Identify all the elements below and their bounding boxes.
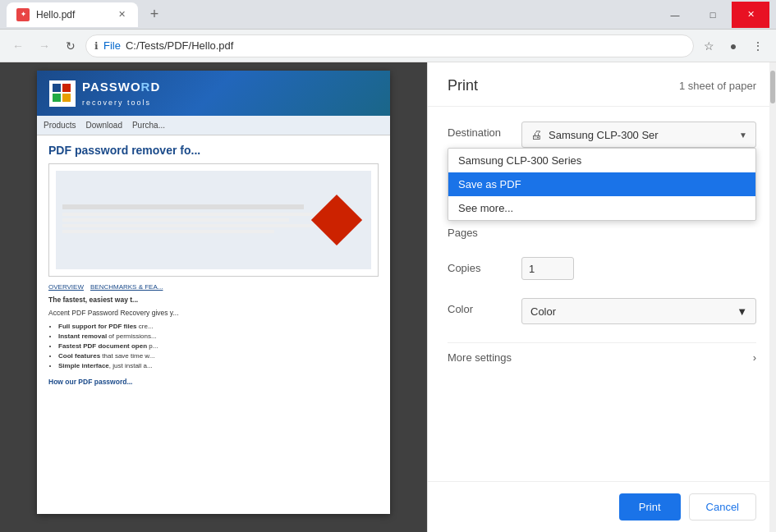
- pdf-tab-overview: OVERVIEW: [48, 283, 84, 291]
- destination-field: Destination 🖨 Samsung CLP-300 Ser ▼ Sams…: [448, 122, 756, 148]
- minimize-button[interactable]: —: [656, 2, 694, 28]
- pdf-logo-box: [49, 80, 76, 107]
- pdf-list-item: Instant removal of permissions...: [58, 332, 379, 342]
- window-controls: — □ ✕: [656, 2, 769, 28]
- pages-label: Pages: [448, 222, 521, 239]
- print-footer: Print Cancel: [428, 481, 776, 532]
- svg-rect-3: [62, 94, 71, 102]
- pdf-tabs-row: OVERVIEW BENCHMARKS & FEA...: [48, 283, 379, 291]
- dropdown-item-see-more[interactable]: See more...: [448, 196, 755, 220]
- forward-button: →: [33, 34, 56, 57]
- content-area: PASSWORD recovery tools Products Downloa…: [0, 62, 776, 532]
- pdf-tab-benchmarks: BENCHMARKS & FEA...: [90, 283, 163, 291]
- chevron-down-icon: ▼: [739, 131, 747, 140]
- tab-close-button[interactable]: ✕: [115, 8, 128, 21]
- destination-dropdown-menu[interactable]: Samsung CLP-300 Series Save as PDF See m…: [448, 148, 756, 221]
- pdf-feature-list: Full support for PDF files cre... Instan…: [58, 322, 379, 371]
- print-sheet-count: 1 sheet of paper: [679, 80, 756, 92]
- tab-favicon: ✦: [16, 8, 30, 21]
- pdf-nav: Products Download Purcha...: [37, 116, 390, 135]
- tab-title: Hello.pdf: [36, 9, 75, 21]
- destination-select[interactable]: 🖨 Samsung CLP-300 Ser ▼: [521, 122, 756, 148]
- copies-label: Copies: [448, 257, 521, 274]
- pdf-content-image: [56, 171, 371, 269]
- more-settings-toggle[interactable]: More settings ›: [448, 342, 756, 372]
- maximize-button[interactable]: □: [694, 2, 732, 28]
- color-control: Color ▼: [521, 298, 756, 324]
- title-bar: ✦ Hello.pdf ✕ + — □ ✕: [0, 0, 776, 30]
- print-dialog-title: Print: [448, 77, 478, 94]
- pdf-list-item: Cool features that save time w...: [58, 351, 379, 361]
- browser-frame: ✦ Hello.pdf ✕ + — □ ✕ ← → ↻ ℹ File C:/Te…: [0, 0, 776, 532]
- more-settings-chevron-icon: ›: [753, 351, 756, 364]
- pdf-body: PDF password remover fo...: [37, 135, 390, 394]
- svg-rect-2: [53, 94, 61, 102]
- pdf-page: PASSWORD recovery tools Products Downloa…: [37, 71, 390, 514]
- pdf-content-box: [48, 163, 379, 277]
- pdf-main-paragraph: The fastest, easiest way t...: [48, 296, 379, 305]
- pages-field: Pages: [448, 222, 756, 239]
- color-field: Color Color ▼: [448, 298, 756, 324]
- pdf-preview: PASSWORD recovery tools Products Downloa…: [0, 62, 427, 532]
- address-path: C:/Tests/PDF/Hello.pdf: [126, 39, 234, 52]
- more-settings-label: More settings: [448, 351, 512, 364]
- lock-icon: ℹ: [94, 40, 99, 52]
- printer-icon: 🖨: [530, 128, 542, 141]
- file-label: File: [103, 39, 121, 52]
- print-body: Destination 🖨 Samsung CLP-300 Ser ▼ Sams…: [428, 107, 776, 481]
- browser-tab[interactable]: ✦ Hello.pdf ✕: [7, 2, 138, 27]
- scroll-thumb[interactable]: [770, 71, 775, 103]
- address-bar[interactable]: ℹ File C:/Tests/PDF/Hello.pdf: [85, 34, 694, 57]
- bookmark-button[interactable]: ☆: [697, 34, 720, 57]
- copies-input[interactable]: [521, 257, 574, 280]
- destination-value: Samsung CLP-300 Ser: [549, 129, 732, 141]
- pdf-nav-download: Download: [85, 121, 122, 130]
- color-label: Color: [448, 298, 521, 315]
- pdf-nav-purchase: Purcha...: [132, 121, 165, 130]
- pdf-nav-products: Products: [44, 121, 76, 130]
- pdf-header: PASSWORD recovery tools: [37, 71, 390, 116]
- svg-rect-1: [62, 84, 71, 92]
- copies-field: Copies: [448, 257, 756, 280]
- dropdown-item-save-pdf[interactable]: Save as PDF: [448, 172, 755, 196]
- print-button[interactable]: Print: [619, 493, 681, 521]
- color-value: Color: [530, 305, 556, 318]
- pdf-sub-paragraph: Accent PDF Password Recovery gives y...: [48, 309, 379, 319]
- close-button[interactable]: ✕: [732, 2, 769, 28]
- destination-control: 🖨 Samsung CLP-300 Ser ▼ Samsung CLP-300 …: [521, 122, 756, 148]
- reload-button[interactable]: ↻: [59, 34, 82, 57]
- pdf-logo-text: PASSWORD recovery tools: [82, 80, 160, 108]
- print-header: Print 1 sheet of paper: [428, 62, 776, 107]
- print-panel: Print 1 sheet of paper Destination 🖨 Sam…: [427, 62, 776, 532]
- dropdown-item-samsung[interactable]: Samsung CLP-300 Series: [448, 149, 755, 172]
- color-select[interactable]: Color ▼: [521, 298, 756, 324]
- scroll-track[interactable]: [769, 62, 776, 532]
- back-button: ←: [7, 34, 30, 57]
- destination-label: Destination: [448, 122, 521, 139]
- pdf-list-item: Full support for PDF files cre...: [58, 322, 379, 332]
- cancel-button[interactable]: Cancel: [689, 493, 756, 521]
- nav-actions: ☆ ● ⋮: [697, 34, 769, 57]
- profile-button[interactable]: ●: [722, 34, 745, 57]
- new-tab-button[interactable]: +: [143, 3, 166, 26]
- pdf-list-item: Fastest PDF document open p...: [58, 342, 379, 351]
- color-chevron-icon: ▼: [737, 305, 747, 318]
- nav-bar: ← → ↻ ℹ File C:/Tests/PDF/Hello.pdf ☆ ● …: [0, 30, 776, 62]
- pdf-footer-heading: How our PDF password...: [48, 378, 379, 386]
- menu-button[interactable]: ⋮: [746, 34, 769, 57]
- pdf-title: PDF password remover fo...: [48, 144, 379, 157]
- pdf-list-item: Simple interface, just install a...: [58, 361, 379, 371]
- svg-rect-0: [53, 84, 61, 92]
- copies-control: [521, 257, 756, 280]
